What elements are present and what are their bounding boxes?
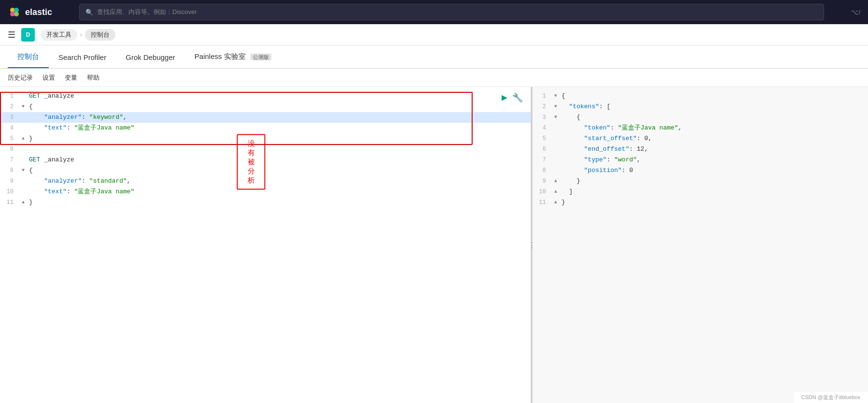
resp-line-4: 4 "token": "蓝盒子Java name", xyxy=(532,123,868,133)
hamburger-menu-button[interactable]: ☰ xyxy=(8,29,15,40)
line-num-7: 7 xyxy=(0,155,19,165)
editor-actions: ▶ 🔧 xyxy=(502,93,523,103)
resp-line-1: 1 ▼ { xyxy=(532,91,868,101)
code-editor[interactable]: ▶ 🔧 1 GET _analyze 2 ▼ { 3 "an xyxy=(0,87,531,403)
code-line-1: 1 GET _analyze xyxy=(0,91,531,101)
resp-content-11: } xyxy=(560,197,868,208)
code-line-4: 4 "text": "蓝盒子Java name" xyxy=(0,123,531,133)
resp-num-10: 10 xyxy=(532,187,552,197)
line-num-9: 9 xyxy=(0,176,19,187)
resp-fold-6 xyxy=(552,144,560,155)
tab-grok-debugger[interactable]: Grok Debugger xyxy=(116,47,185,68)
line-content-10: "text": "蓝盒子Java name" xyxy=(27,187,531,197)
editor-toolbar: 历史记录 设置 变量 帮助 xyxy=(0,69,868,87)
fold-3 xyxy=(19,112,27,123)
line-num-10: 10 xyxy=(0,187,19,197)
resp-num-6: 6 xyxy=(532,144,552,155)
resp-fold-8 xyxy=(552,165,560,176)
resp-fold-5 xyxy=(552,133,560,144)
global-search-bar[interactable]: 🔍 查找应用、内容等。例如：Discover xyxy=(79,4,824,20)
wrench-button[interactable]: 🔧 xyxy=(512,93,523,103)
resp-num-3: 3 xyxy=(532,112,552,123)
resp-num-9: 9 xyxy=(532,176,552,187)
line-num-6: 6 xyxy=(0,144,19,155)
elastic-logo-icon xyxy=(8,5,21,19)
code-line-5: 5 ▲ } xyxy=(0,133,531,144)
svg-point-3 xyxy=(14,12,19,16)
toolbar-help[interactable]: 帮助 xyxy=(87,73,99,82)
resp-fold-7 xyxy=(552,155,560,165)
tab-bar: 控制台 Search Profiler Grok Debugger Painle… xyxy=(0,45,868,69)
code-line-3: 3 "analyzer": "keyword", xyxy=(0,112,531,123)
run-button[interactable]: ▶ xyxy=(502,93,507,103)
fold-5[interactable]: ▲ xyxy=(19,133,27,144)
line-content-8: { xyxy=(27,165,531,176)
line-content-4: "text": "蓝盒子Java name" xyxy=(27,123,531,133)
breadcrumb: 开发工具 › 控制台 xyxy=(41,29,115,41)
search-placeholder: 查找应用、内容等。例如：Discover xyxy=(97,8,197,16)
no-analysis-button[interactable]: 没有被分析 xyxy=(237,134,266,190)
tab-painless-lab[interactable]: Painless 实验室 公测版 xyxy=(185,46,281,68)
second-bar: ☰ D 开发工具 › 控制台 xyxy=(0,24,868,45)
resp-fold-2[interactable]: ▼ xyxy=(552,101,560,112)
resp-num-2: 2 xyxy=(532,101,552,112)
line-content-2: { xyxy=(27,101,531,112)
resp-content-6: "end_offset": 12, xyxy=(560,144,868,155)
resp-content-1: { xyxy=(560,91,868,101)
toolbar-settings[interactable]: 设置 xyxy=(42,73,55,82)
resp-num-5: 5 xyxy=(532,133,552,144)
resp-content-3: { xyxy=(560,112,868,123)
code-line-7: 7 GET _analyze xyxy=(0,155,531,165)
resp-line-5: 5 "start_offset": 0, xyxy=(532,133,868,144)
tab-console[interactable]: 控制台 xyxy=(8,46,49,68)
resp-content-10: ] xyxy=(560,187,868,197)
resp-num-8: 8 xyxy=(532,165,552,176)
resp-fold-1[interactable]: ▼ xyxy=(552,91,560,101)
resp-fold-4 xyxy=(552,123,560,133)
footer-text: CSDN @蓝盒子itbluebox xyxy=(801,394,860,400)
fold-2[interactable]: ▼ xyxy=(19,101,27,112)
line-content-5: } xyxy=(27,133,531,144)
code-line-2: 2 ▼ { xyxy=(0,101,531,112)
code-line-8: 8 ▼ { xyxy=(0,165,531,176)
code-line-6: 6 xyxy=(0,144,531,155)
fold-4 xyxy=(19,123,27,133)
code-line-9: 9 "analyzer": "standard", xyxy=(0,176,531,187)
resp-content-5: "start_offset": 0, xyxy=(560,133,868,144)
user-avatar-button[interactable]: D xyxy=(21,28,35,42)
resp-content-2: "tokens": [ xyxy=(560,101,868,112)
breadcrumb-separator: › xyxy=(80,31,82,38)
elastic-logo-text: elastic xyxy=(25,7,52,17)
toolbar-history[interactable]: 历史记录 xyxy=(8,73,33,82)
fold-11[interactable]: ▲ xyxy=(19,197,27,208)
resp-fold-9[interactable]: ▲ xyxy=(552,176,560,187)
fold-8[interactable]: ▼ xyxy=(19,165,27,176)
main-content: ▶ 🔧 1 GET _analyze 2 ▼ { 3 "an xyxy=(0,87,868,403)
line-num-11: 11 xyxy=(0,197,19,208)
fold-6 xyxy=(19,144,27,155)
resp-fold-10[interactable]: ▲ xyxy=(552,187,560,197)
fold-10 xyxy=(19,187,27,197)
keyboard-shortcut-label: ⌥/ xyxy=(851,9,860,16)
top-navigation-bar: elastic 🔍 查找应用、内容等。例如：Discover ⌥/ xyxy=(0,0,868,24)
resp-line-11: 11 ▲ } xyxy=(532,197,868,208)
line-content-11: } xyxy=(27,197,531,208)
resp-num-11: 11 xyxy=(532,197,552,208)
resp-num-4: 4 xyxy=(532,123,552,133)
resp-line-8: 8 "position": 0 xyxy=(532,165,868,176)
line-content-9: "analyzer": "standard", xyxy=(27,176,531,187)
fold-1[interactable] xyxy=(19,91,27,101)
resp-line-9: 9 ▲ } xyxy=(532,176,868,187)
line-num-1: 1 xyxy=(0,91,19,101)
resp-fold-11[interactable]: ▲ xyxy=(552,197,560,208)
elastic-logo[interactable]: elastic xyxy=(8,5,52,19)
resp-line-6: 6 "end_offset": 12, xyxy=(532,144,868,155)
tab-search-profiler[interactable]: Search Profiler xyxy=(49,47,116,68)
resp-fold-3[interactable]: ▼ xyxy=(552,112,560,123)
toolbar-variables[interactable]: 变量 xyxy=(65,73,77,82)
line-num-5: 5 xyxy=(0,133,19,144)
resp-num-7: 7 xyxy=(532,155,552,165)
breadcrumb-devtools[interactable]: 开发工具 xyxy=(41,29,77,41)
breadcrumb-console[interactable]: 控制台 xyxy=(85,29,115,41)
line-content-3: "analyzer": "keyword", xyxy=(27,112,531,123)
